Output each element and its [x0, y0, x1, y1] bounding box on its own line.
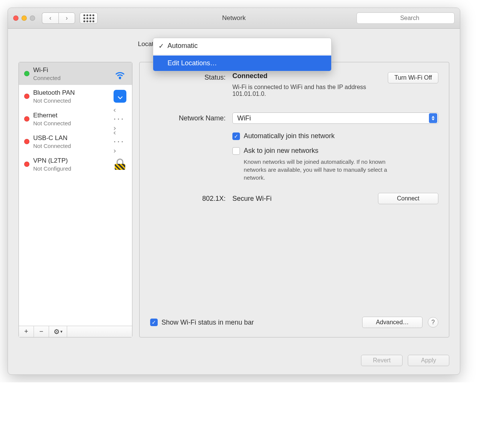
show-all-prefs-button[interactable]: [80, 12, 98, 24]
status-dot: [24, 94, 29, 99]
dot1x-row: 802.1X: Secure Wi-Fi Connect: [150, 193, 438, 204]
auto-join-label: Automatically join this network: [244, 132, 335, 140]
nav-back-forward: ‹ ›: [42, 12, 75, 24]
checkbox-unchecked-icon: [232, 147, 240, 155]
action-footer: Revert Apply: [8, 348, 460, 374]
auto-join-checkbox-row[interactable]: ✓ Automatically join this network: [232, 132, 438, 140]
network-name-value: WiFi: [237, 114, 251, 122]
status-description: Wi-Fi is connected to WiFi and has the I…: [232, 84, 391, 97]
minimize-window[interactable]: [22, 15, 27, 21]
ask-join-helper: Known networks will be joined automatica…: [244, 158, 406, 182]
add-interface-button[interactable]: +: [19, 326, 34, 337]
ask-join-checkbox-row[interactable]: Ask to join new networks: [232, 147, 438, 155]
interface-name: USB-C LAN: [33, 134, 109, 142]
remove-interface-button[interactable]: −: [34, 326, 49, 337]
ask-join-label: Ask to join new networks: [244, 147, 318, 155]
interface-status: Not Connected: [33, 120, 109, 126]
back-button[interactable]: ‹: [42, 12, 58, 24]
interface-name: Wi-Fi: [33, 66, 109, 74]
location-dropdown-menu: Automatic Edit Locations…: [153, 38, 332, 71]
interface-item-vpn[interactable]: VPN (L2TP) Not Configured: [19, 153, 132, 176]
detail-bottom-row: ✓ Show Wi-Fi status in menu bar Advanced…: [150, 317, 438, 328]
detail-pane: Turn Wi-Fi Off Status: Connected Wi-Fi i…: [139, 62, 449, 337]
turn-wifi-off-button[interactable]: Turn Wi-Fi Off: [388, 72, 438, 83]
network-name-select[interactable]: WiFi: [232, 112, 438, 124]
checkbox-checked-icon: ✓: [150, 319, 158, 326]
grid-icon: [83, 14, 94, 22]
interface-item-ethernet[interactable]: Ethernet Not Connected ‹ ··· ›: [19, 108, 132, 130]
interface-status: Not Connected: [33, 97, 109, 104]
ethernet-icon: ‹ ··· ›: [112, 134, 128, 149]
location-option-automatic[interactable]: Automatic: [153, 38, 331, 54]
interface-actions-menu[interactable]: ⚙︎▾: [49, 326, 67, 337]
interface-name: VPN (L2TP): [33, 157, 109, 165]
status-dot: [24, 116, 29, 122]
maximize-window: [30, 15, 35, 21]
interface-status: Not Connected: [33, 143, 109, 149]
status-value: Connected: [232, 72, 267, 80]
network-name-row: Network Name: WiFi: [150, 112, 438, 124]
status-label: Status:: [150, 72, 226, 83]
forward-button[interactable]: ›: [58, 12, 75, 24]
lock-icon: [112, 157, 128, 172]
sidebar-footer: + − ⚙︎▾: [19, 326, 132, 337]
ethernet-icon: ‹ ··· ›: [112, 111, 128, 126]
location-row: Location: Automatic Edit Locations…: [18, 38, 449, 51]
panes: Wi-Fi Connected Bluetooth PAN Not Connec…: [18, 62, 449, 337]
advanced-button[interactable]: Advanced…: [362, 317, 423, 328]
connect-8021x-button[interactable]: Connect: [378, 193, 438, 204]
help-button[interactable]: ?: [428, 317, 438, 328]
wifi-icon: [112, 66, 128, 81]
dropdown-separator: [153, 54, 331, 55]
options-block: ✓ Automatically join this network Ask to…: [150, 132, 438, 182]
interface-item-bluetooth[interactable]: Bluetooth PAN Not Connected ⌵: [19, 85, 132, 108]
interface-item-wifi[interactable]: Wi-Fi Connected: [19, 62, 132, 85]
interface-sidebar: Wi-Fi Connected Bluetooth PAN Not Connec…: [18, 62, 132, 337]
dot1x-value: Secure Wi-Fi: [232, 195, 356, 203]
checkbox-checked-icon: ✓: [232, 132, 240, 140]
revert-button[interactable]: Revert: [361, 355, 403, 366]
show-menu-bar-checkbox-row[interactable]: ✓ Show Wi-Fi status in menu bar: [150, 319, 254, 326]
network-preferences-window: ‹ › Network 🔍 Location: Automatic E: [8, 8, 460, 375]
search-input[interactable]: [356, 12, 455, 24]
dot1x-label: 802.1X:: [150, 195, 226, 203]
status-dot: [24, 71, 29, 76]
show-menu-bar-label: Show Wi-Fi status in menu bar: [161, 319, 254, 326]
interface-status: Connected: [33, 75, 109, 81]
chevron-updown-icon: [429, 113, 437, 123]
interface-item-usbc-lan[interactable]: USB-C LAN Not Connected ‹ ··· ›: [19, 130, 132, 153]
network-name-label: Network Name:: [150, 113, 226, 123]
status-dot: [24, 139, 29, 144]
apply-button[interactable]: Apply: [408, 355, 449, 366]
close-window[interactable]: [13, 15, 18, 21]
titlebar: ‹ › Network 🔍: [8, 8, 460, 29]
status-dot: [24, 162, 29, 167]
interface-status: Not Configured: [33, 165, 109, 172]
window-controls: [13, 15, 35, 21]
interface-name: Ethernet: [33, 112, 109, 119]
interface-name: Bluetooth PAN: [33, 89, 109, 97]
interface-list: Wi-Fi Connected Bluetooth PAN Not Connec…: [19, 62, 132, 326]
content: Location: Automatic Edit Locations… Wi-F…: [8, 29, 460, 348]
location-option-edit[interactable]: Edit Locations…: [153, 55, 331, 71]
bluetooth-icon: ⌵: [112, 89, 128, 104]
